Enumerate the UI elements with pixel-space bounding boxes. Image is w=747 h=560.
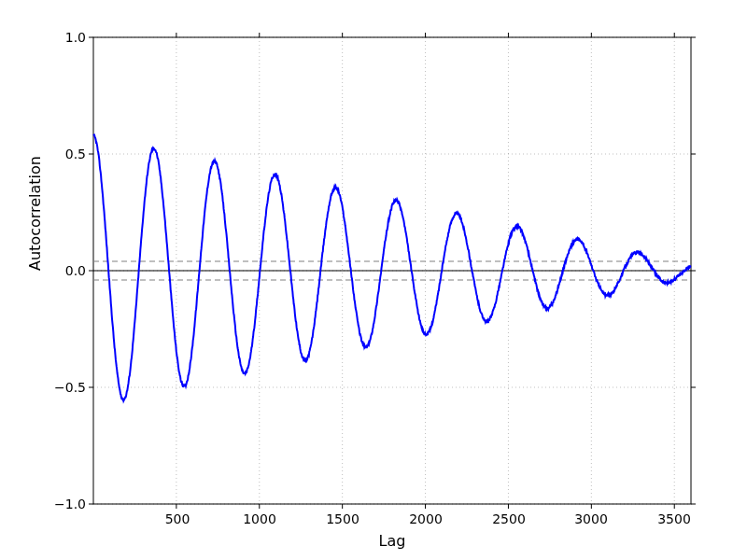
y-tick-label: 1.0 xyxy=(49,30,86,45)
axes xyxy=(93,37,691,504)
y-tick-label: −1.0 xyxy=(49,497,86,511)
x-axis-title: Lag xyxy=(379,532,406,550)
x-tick-label: 3000 xyxy=(572,511,610,526)
y-tick-label: 0.5 xyxy=(49,147,86,161)
x-tick-label: 1500 xyxy=(324,511,361,526)
y-tick-label: 0.0 xyxy=(49,263,86,278)
y-tick-label: −0.5 xyxy=(49,380,86,395)
acf-series xyxy=(93,134,691,401)
plot-area xyxy=(93,37,691,504)
y-axis-title: Autocorrelation xyxy=(26,156,44,271)
x-tick-label: 2500 xyxy=(490,511,528,526)
x-tick-label: 2000 xyxy=(407,511,444,526)
x-tick-label: 500 xyxy=(163,511,191,526)
figure: −1.0 −0.5 0.0 0.5 1.0 500 1000 1500 2000… xyxy=(0,0,747,560)
x-tick-label: 3500 xyxy=(655,511,693,526)
x-tick-label: 1000 xyxy=(241,511,278,526)
